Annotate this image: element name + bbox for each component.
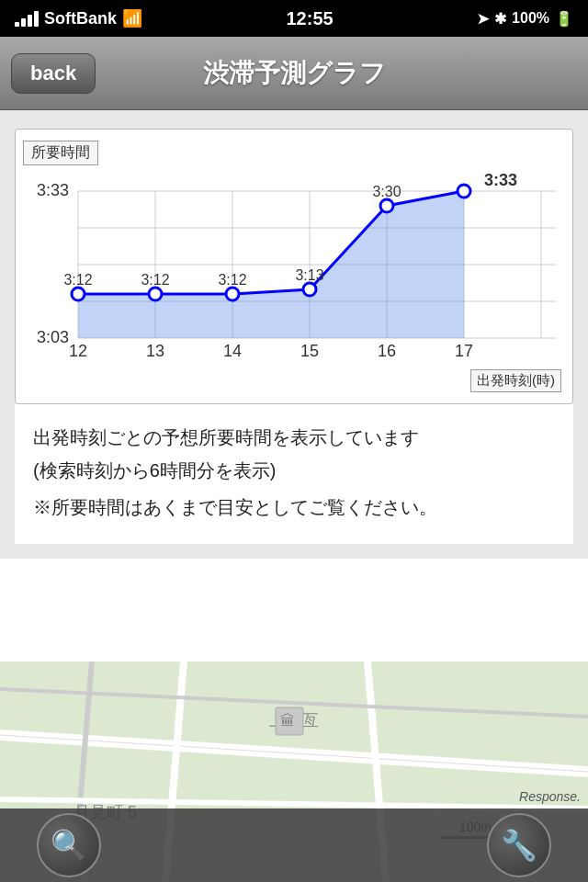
svg-text:3:33: 3:33 [484, 173, 517, 189]
svg-text:16: 16 [378, 342, 396, 360]
svg-text:13: 13 [146, 342, 164, 360]
status-bar: SoftBank 📶 12:55 ➤ ✱ 100% 🔋 [0, 0, 588, 37]
signal-icon [15, 11, 39, 27]
svg-text:3:12: 3:12 [218, 272, 246, 288]
nav-bar: back 渋滞予測グラフ [0, 37, 588, 110]
svg-text:3:12: 3:12 [63, 272, 92, 288]
search-magnifier-icon: 🔍 [51, 828, 87, 863]
svg-point-20 [458, 185, 470, 198]
svg-point-17 [226, 288, 239, 300]
description-line1: 出発時刻ごとの予想所要時間を表示しています [33, 423, 555, 452]
chart-svg-wrapper: 3:33 3:03 3:12 3:12 3:12 3:13 3 [23, 173, 561, 379]
brand-logo: Response. [519, 789, 581, 804]
svg-point-18 [303, 283, 316, 296]
bluetooth-icon: ✱ [494, 10, 506, 28]
svg-text:14: 14 [223, 342, 242, 360]
battery-label: 100% [512, 10, 549, 27]
battery-icon: 🔋 [555, 10, 573, 28]
svg-text:3:30: 3:30 [372, 184, 401, 199]
svg-point-15 [72, 288, 85, 300]
nav-title: 渋滞予測グラフ [203, 56, 386, 91]
status-time: 12:55 [286, 8, 333, 29]
svg-text:3:03: 3:03 [37, 328, 69, 346]
svg-text:3:13: 3:13 [295, 267, 323, 283]
svg-text:17: 17 [455, 342, 473, 360]
map-area: 上川亙 月見町 5 100m 🏛 🔍 🔧 Response. [0, 662, 588, 882]
status-left: SoftBank 📶 [15, 8, 142, 28]
svg-text:🏛: 🏛 [280, 713, 295, 729]
svg-text:12: 12 [69, 342, 87, 360]
status-right: ➤ ✱ 100% 🔋 [477, 10, 573, 28]
chart-svg: 3:33 3:03 3:12 3:12 3:12 3:13 3 [23, 173, 574, 375]
main-content: 所要時間 3:33 3:03 [0, 110, 588, 559]
svg-text:3:12: 3:12 [141, 272, 169, 288]
back-button[interactable]: back [11, 53, 96, 94]
search-tool-button[interactable]: 🔍 [37, 813, 101, 877]
svg-text:3:33: 3:33 [37, 181, 69, 199]
description-line2: (検索時刻から6時間分を表示) [33, 456, 555, 485]
map-toolbar: 🔍 🔧 [0, 808, 588, 882]
description-box: 出発時刻ごとの予想所要時間を表示しています (検索時刻から6時間分を表示) ※所… [15, 404, 573, 544]
wrench-icon: 🔧 [501, 828, 537, 863]
svg-point-19 [380, 199, 393, 212]
settings-tool-button[interactable]: 🔧 [487, 813, 551, 877]
chart-container: 所要時間 3:33 3:03 [15, 129, 573, 404]
description-line3: ※所要時間はあくまで目安としてご覧ください。 [33, 492, 555, 522]
location-icon: ➤ [477, 10, 489, 28]
svg-point-16 [149, 288, 162, 300]
carrier-name: SoftBank [44, 9, 117, 28]
wifi-icon: 📶 [122, 8, 142, 28]
svg-text:15: 15 [300, 342, 319, 360]
y-axis-label: 所要時間 [23, 141, 98, 165]
